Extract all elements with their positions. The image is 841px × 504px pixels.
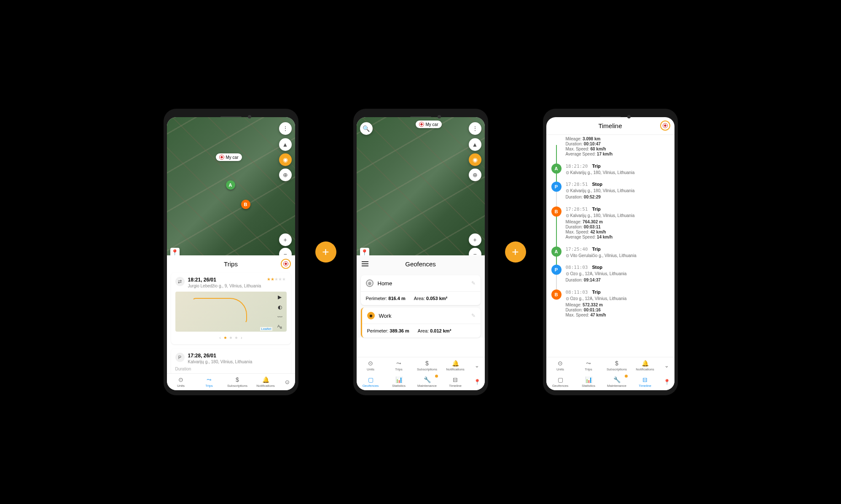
- carousel-dots[interactable]: ‹›: [175, 335, 287, 340]
- event-type: Stop: [592, 182, 602, 187]
- event-stats: Duration: 00:52:29: [566, 195, 669, 199]
- timeline-item[interactable]: A17:25:40Trip⊙Vito Gerulaičio g., Vilniu…: [551, 243, 669, 261]
- nav-statistics[interactable]: 📊Statistics: [575, 374, 603, 390]
- compass-button[interactable]: ▲: [279, 138, 292, 151]
- rating-stars[interactable]: ★★★★★: [267, 277, 286, 281]
- event-time: 17:25:40: [566, 247, 588, 252]
- trip-minimap[interactable]: Leaflet ▶ ◐ 〰 AB: [175, 292, 287, 332]
- timeline-item[interactable]: A18:21:20Trip⊙Kalvarijų g., 180, Vilnius…: [551, 160, 669, 178]
- location-icon: ⊙: [566, 188, 569, 193]
- duration-label: Duration: [175, 367, 287, 371]
- marker-b[interactable]: B: [241, 200, 250, 209]
- timeline-item[interactable]: P08:11:03Stop⊙Ozo g., 12A, Vilnius, Lith…: [551, 261, 669, 286]
- plus-separator: +: [505, 241, 526, 263]
- timeline-item[interactable]: Mileage: 3.098 kmDuration: 00:10:47Max. …: [551, 135, 669, 160]
- nav-geofences[interactable]: ▢Geofences: [546, 374, 575, 390]
- map[interactable]: My car 🔍 ⋮ ▲ ◉ ⊕ + − 📍: [357, 117, 485, 255]
- map[interactable]: My car A B ⋮ ▲ ◉ ⊕ + − 📍: [167, 117, 295, 255]
- more-button[interactable]: ⋮: [279, 122, 292, 135]
- nav-trips[interactable]: ⤳Trips: [575, 357, 603, 374]
- compass-button[interactable]: ▲: [469, 138, 481, 151]
- plus-separator: +: [315, 241, 336, 263]
- trip-card[interactable]: ★★★★★ ⇄ 18:21, 26/01 Jurgio Lebedžio g.,…: [171, 273, 291, 344]
- event-type: Stop: [592, 265, 602, 270]
- timeline-list[interactable]: Mileage: 3.098 kmDuration: 00:10:47Max. …: [546, 135, 674, 366]
- nav-maintenance[interactable]: 🔧Maintenance: [413, 374, 441, 390]
- nav-trips[interactable]: ⤳Trips: [385, 357, 413, 374]
- nav-units[interactable]: ⊙Units: [357, 357, 385, 374]
- panel-title: Geofences: [357, 255, 485, 273]
- event-address: ⊙Ozo g., 12A, Vilnius, Lithuania: [566, 296, 669, 301]
- perimeter-value: 389.36 m: [390, 328, 409, 333]
- zoom-out-button[interactable]: −: [279, 248, 292, 255]
- geofence-work[interactable]: ◉Work✎ Perimeter: 389.36 mArea: 0.012 km…: [361, 308, 481, 338]
- timeline-item[interactable]: B08:11:03Trip⊙Ozo g., 12A, Vilnius, Lith…: [551, 286, 669, 321]
- ab-icon[interactable]: AB: [277, 324, 282, 329]
- nav-timeline[interactable]: ⊟Timeline: [441, 374, 470, 390]
- nav-pin[interactable]: 📍: [470, 374, 485, 390]
- nav-expand[interactable]: ⊙: [280, 374, 295, 390]
- nav-timeline[interactable]: ⊟Timeline: [631, 374, 659, 390]
- zoom-out-button[interactable]: −: [469, 248, 481, 255]
- play-icon[interactable]: ▶: [278, 294, 282, 300]
- unit-label[interactable]: My car: [416, 121, 442, 128]
- car-badge[interactable]: [660, 121, 670, 131]
- nav-units[interactable]: ⊙Units: [546, 357, 575, 374]
- timeline-item[interactable]: P17:28:51Stop⊙Kalvarijų g., 180, Vilnius…: [551, 178, 669, 203]
- geofence-home[interactable]: ◎Home✎ Perimeter: 816.4 mArea: 0.053 km²: [361, 275, 481, 305]
- nav-notifications[interactable]: 🔔Notifications: [631, 357, 659, 374]
- nav-units[interactable]: ⊙Units: [167, 374, 195, 390]
- stop-card[interactable]: P 17:28, 26/01 Kalvarijų g., 180, Vilniu…: [171, 349, 291, 375]
- location-icon: ⊙: [566, 253, 569, 258]
- nav-subscriptions[interactable]: $Subscriptions: [603, 357, 631, 374]
- nav-collapse[interactable]: ⌄: [659, 357, 674, 374]
- area-value: 0.012 km²: [430, 328, 451, 333]
- nav-subscriptions[interactable]: $Subscriptions: [413, 357, 441, 374]
- nav-pin[interactable]: 📍: [659, 374, 674, 390]
- marker-p: P: [551, 182, 562, 192]
- nav-geofences[interactable]: ▢Geofences: [357, 374, 385, 390]
- target-icon: ◉: [367, 312, 375, 319]
- edit-icon[interactable]: ✎: [471, 313, 476, 319]
- search-button[interactable]: 🔍: [360, 122, 373, 135]
- zoom-in-button[interactable]: +: [469, 233, 481, 246]
- target-icon: ◎: [366, 279, 373, 287]
- locate-button[interactable]: ⊕: [469, 169, 481, 181]
- car-badge[interactable]: [281, 259, 291, 269]
- locate-button[interactable]: ⊕: [279, 169, 292, 181]
- event-time: 18:21:20: [566, 164, 588, 169]
- layer-button[interactable]: ◉: [279, 153, 292, 166]
- edit-icon[interactable]: ✎: [471, 280, 476, 286]
- pin-button[interactable]: 📍: [170, 248, 180, 255]
- track-icon[interactable]: ◐: [278, 304, 282, 310]
- menu-icon[interactable]: [362, 261, 368, 266]
- car-icon: [419, 122, 424, 127]
- event-address: ⊙Kalvarijų g., 180, Vilnius, Lithuania: [566, 213, 669, 218]
- timeline-item[interactable]: B17:28:51Trip⊙Kalvarijų g., 180, Vilnius…: [551, 203, 669, 243]
- bottom-nav: ⊙Units ⤳Trips $Subscriptions 🔔Notificati…: [167, 373, 295, 390]
- stop-time: 17:28, 26/01: [188, 353, 287, 359]
- phone-timeline: Timeline Mileage: 3.098 kmDuration: 00:1…: [543, 109, 678, 395]
- event-address: ⊙Kalvarijų g., 180, Vilnius, Lithuania: [566, 170, 669, 175]
- marker-a[interactable]: A: [226, 180, 235, 190]
- unit-label[interactable]: My car: [216, 153, 242, 161]
- nav-trips[interactable]: ⤳Trips: [195, 374, 223, 390]
- event-type: Trip: [592, 290, 600, 295]
- location-icon: ⊙: [566, 213, 569, 218]
- pin-button[interactable]: 📍: [360, 248, 369, 255]
- chart-icon[interactable]: 〰: [277, 314, 282, 320]
- more-button[interactable]: ⋮: [469, 122, 481, 135]
- nav-collapse[interactable]: ⌄: [470, 357, 485, 374]
- nav-subscriptions[interactable]: $Subscriptions: [223, 374, 252, 390]
- perimeter-value: 816.4 m: [388, 296, 405, 301]
- panel-title: Timeline: [546, 117, 674, 135]
- nav-notifications[interactable]: 🔔Notifications: [441, 357, 470, 374]
- nav-maintenance[interactable]: 🔧Maintenance: [603, 374, 631, 390]
- event-stats: Mileage: 764.302 mDuration: 00:03:11Max.…: [566, 220, 669, 239]
- car-icon: [219, 155, 224, 160]
- layer-button[interactable]: ◉: [469, 153, 481, 166]
- zoom-in-button[interactable]: +: [279, 233, 292, 246]
- marker-a: A: [551, 247, 562, 257]
- nav-statistics[interactable]: 📊Statistics: [385, 374, 413, 390]
- nav-notifications[interactable]: 🔔Notifications: [252, 374, 280, 390]
